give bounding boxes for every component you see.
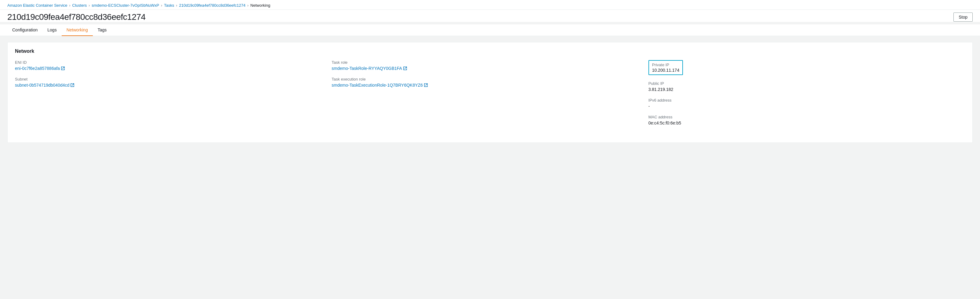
private-ip-field-group: Private IP 10.200.11.174: [648, 60, 965, 75]
task-execution-role-label: Task execution role: [332, 77, 648, 81]
eni-link[interactable]: eni-0c7f6e2a857886afa: [15, 66, 65, 71]
network-col-1: ENI ID eni-0c7f6e2a857886afa Subnet: [15, 60, 332, 137]
subnet-label: Subnet: [15, 77, 332, 81]
mac-value: 0e:c4:5c:f0:6e:b5: [648, 121, 965, 126]
breadcrumb-task-id[interactable]: 210d19c09fea4ef780cc8d36eefc1274: [179, 3, 246, 8]
page-header: 210d19c09fea4ef780cc8d36eefc1274 Stop: [0, 10, 980, 22]
breadcrumb-sep-3: ›: [161, 3, 162, 8]
subnet-field-group: Subnet subnet-0b574719db040d4cd: [15, 77, 332, 87]
ipv6-label: IPv6 address: [648, 98, 965, 102]
external-link-icon-3: [403, 67, 407, 70]
private-ip-value: 10.200.11.174: [652, 68, 679, 73]
breadcrumb-clusters[interactable]: Clusters: [72, 3, 87, 8]
subnet-link-text: subnet-0b574719db040d4cd: [15, 83, 69, 87]
breadcrumb-ecs[interactable]: Amazon Elastic Container Service: [7, 3, 67, 8]
network-section-title: Network: [15, 49, 965, 54]
private-ip-box: Private IP 10.200.11.174: [648, 60, 683, 75]
task-role-link-text: smdemo-TaskRole-RYYAQY0GB1FA: [332, 66, 402, 71]
public-ip-label: Public IP: [648, 81, 965, 86]
eni-field-group: ENI ID eni-0c7f6e2a857886afa: [15, 60, 332, 71]
task-execution-role-value: smdemo-TaskExecutionRole-1Q7BRY6QK8YZ6: [332, 83, 648, 87]
tab-configuration[interactable]: Configuration: [7, 24, 43, 36]
breadcrumb-sep-5: ›: [247, 3, 248, 8]
breadcrumb-cluster-name[interactable]: smdemo-ECSCluster-7vOpISbNuWxP: [92, 3, 159, 8]
network-col-2: Task role smdemo-TaskRole-RYYAQY0GB1FA T…: [332, 60, 648, 137]
eni-link-text: eni-0c7f6e2a857886afa: [15, 66, 60, 71]
tab-networking[interactable]: Networking: [62, 24, 93, 36]
network-grid: ENI ID eni-0c7f6e2a857886afa Subnet: [15, 60, 965, 137]
stop-button[interactable]: Stop: [953, 13, 973, 22]
subnet-link[interactable]: subnet-0b574719db040d4cd: [15, 83, 74, 87]
task-execution-role-field-group: Task execution role smdemo-TaskExecution…: [332, 77, 648, 87]
mac-label: MAC address: [648, 115, 965, 119]
public-ip-field-group: Public IP 3.81.219.182: [648, 81, 965, 92]
tab-tags[interactable]: Tags: [93, 24, 112, 36]
breadcrumb-sep-1: ›: [69, 3, 70, 8]
ipv6-field-group: IPv6 address -: [648, 98, 965, 109]
subnet-value: subnet-0b574719db040d4cd: [15, 83, 332, 87]
page-title: 210d19c09fea4ef780cc8d36eefc1274: [7, 12, 146, 22]
task-role-link[interactable]: smdemo-TaskRole-RYYAQY0GB1FA: [332, 66, 407, 71]
tabs-bar: Configuration Logs Networking Tags: [0, 24, 980, 36]
breadcrumb-tasks[interactable]: Tasks: [164, 3, 174, 8]
main-content: Network ENI ID eni-0c7f6e2a857886afa: [0, 36, 980, 149]
private-ip-label: Private IP: [652, 62, 679, 67]
task-execution-role-link-text: smdemo-TaskExecutionRole-1Q7BRY6QK8YZ6: [332, 83, 423, 87]
mac-field-group: MAC address 0e:c4:5c:f0:6e:b5: [648, 115, 965, 126]
task-role-value: smdemo-TaskRole-RYYAQY0GB1FA: [332, 66, 648, 71]
task-execution-role-link[interactable]: smdemo-TaskExecutionRole-1Q7BRY6QK8YZ6: [332, 83, 428, 87]
breadcrumb-sep-4: ›: [176, 3, 177, 8]
breadcrumb-networking: Networking: [250, 3, 270, 8]
network-card: Network ENI ID eni-0c7f6e2a857886afa: [7, 42, 973, 143]
eni-label: ENI ID: [15, 60, 332, 65]
task-role-label: Task role: [332, 60, 648, 65]
external-link-icon-2: [70, 83, 74, 87]
eni-value: eni-0c7f6e2a857886afa: [15, 66, 332, 71]
public-ip-value: 3.81.219.182: [648, 87, 965, 92]
task-role-field-group: Task role smdemo-TaskRole-RYYAQY0GB1FA: [332, 60, 648, 71]
network-col-3: Private IP 10.200.11.174 Public IP 3.81.…: [648, 60, 965, 137]
breadcrumb-sep-2: ›: [89, 3, 90, 8]
breadcrumb: Amazon Elastic Container Service › Clust…: [7, 0, 973, 10]
tab-logs[interactable]: Logs: [43, 24, 61, 36]
external-link-icon-4: [424, 83, 428, 87]
ipv6-value: -: [648, 104, 965, 109]
external-link-icon: [61, 67, 65, 70]
